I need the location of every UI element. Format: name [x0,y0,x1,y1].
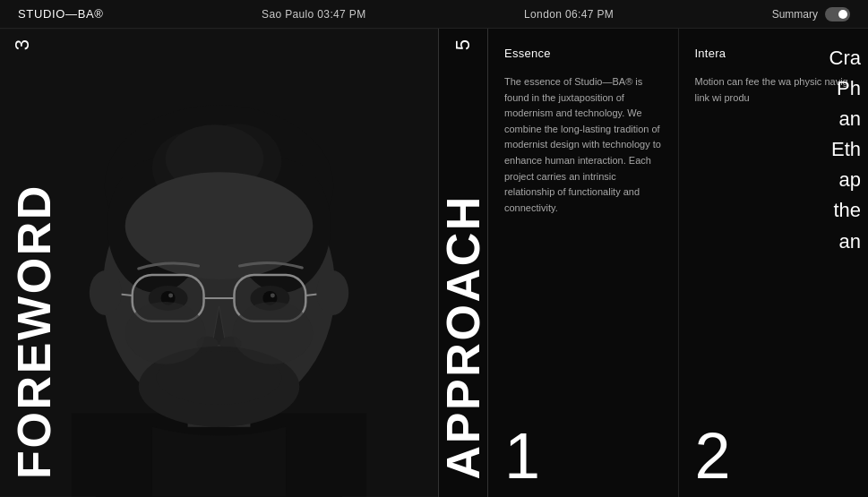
left-panel: 3 [0,29,439,497]
svg-point-30 [125,302,206,364]
summary-toggle-area[interactable]: Summary [772,7,850,21]
svg-point-29 [316,270,348,315]
approach-column: 5 APPROACH [439,29,488,497]
svg-point-31 [232,302,313,364]
essence-text: The essence of Studio—BA® is found in th… [504,74,662,216]
col2-number: 2 [695,424,731,488]
svg-point-28 [90,270,122,315]
toggle-switch[interactable] [825,7,850,21]
content-columns: Cra Ph an Eth ap the an Essence The esse… [488,29,868,497]
right-panel: 5 APPROACH Cra Ph an Eth ap the an Essen… [439,29,868,497]
portrait-svg [0,29,438,497]
section-number-left: 3 [11,39,34,50]
col1-number: 1 [504,424,540,488]
approach-label: APPROACH [440,194,486,479]
partial-text: Cra Ph an Eth ap the an [743,43,861,257]
partial-text-area: Cra Ph an Eth ap the an [743,29,868,257]
london-time: London 06:47 PM [524,8,614,21]
section-number-right: 5 [451,39,475,50]
main-content: 3 [0,29,868,497]
essence-header: Essence [504,47,662,60]
essence-column: Essence The essence of Studio—BA® is fou… [488,29,679,497]
sao-paulo-time: Sao Paulo 03:47 PM [262,8,366,21]
svg-point-21 [168,293,173,297]
svg-point-22 [271,293,275,297]
top-navigation: STUDIO—BA® Sao Paulo 03:47 PM London 06:… [0,0,868,29]
foreword-label: FOREWORD [11,184,57,479]
brand-logo: STUDIO—BA® [18,7,104,21]
summary-label: Summary [772,8,818,21]
portrait-photo [0,29,438,497]
